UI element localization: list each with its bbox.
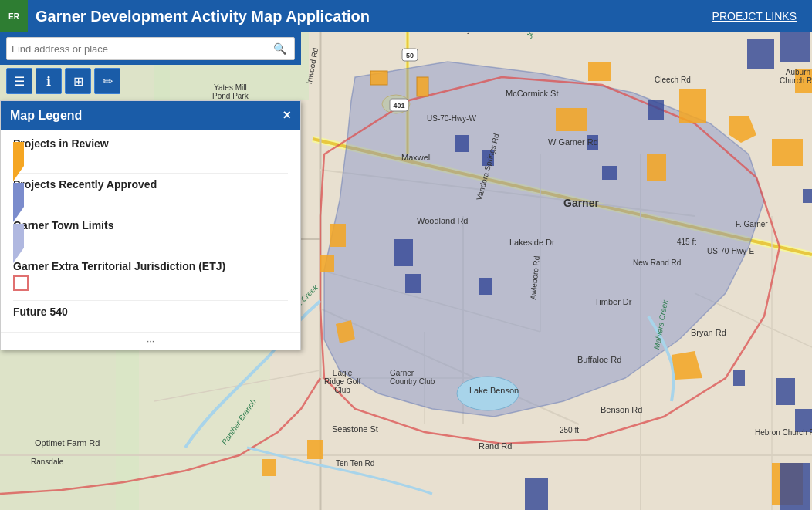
map-label-rand-rd: Rand Rd bbox=[479, 441, 512, 451]
svg-rect-56 bbox=[776, 378, 795, 405]
legend-review-swatch bbox=[13, 153, 288, 167]
legend-town-limits-swatch bbox=[13, 235, 288, 248]
legend-header: Map Legend × bbox=[1, 101, 300, 130]
svg-rect-42 bbox=[262, 459, 276, 476]
map-label-lake-benson: Lake Benson bbox=[469, 386, 519, 395]
legend-review-title: Projects in Review bbox=[13, 137, 288, 150]
header: ER Garner Development Activity Map Appli… bbox=[0, 0, 812, 32]
svg-rect-55 bbox=[733, 370, 745, 386]
map-label-cleech: Cleech Rd bbox=[655, 76, 691, 84]
map-label-garner-cc: GarnerCountry Club bbox=[390, 369, 435, 386]
svg-rect-44 bbox=[455, 135, 469, 152]
app-title: Garner Development Activity Map Applicat… bbox=[36, 8, 712, 25]
map-label-optimet: Optimet Farm Rd bbox=[35, 438, 100, 448]
map-tool-buttons: ☰ ℹ ⊞ ✏ bbox=[0, 65, 127, 97]
svg-rect-49 bbox=[479, 278, 492, 295]
map-label-seastone: Seastone St bbox=[332, 424, 378, 434]
legend-etj-title: Garner Extra Territorial Jurisdiction (E… bbox=[13, 260, 288, 272]
svg-rect-48 bbox=[405, 274, 421, 293]
map-label-buffaloe: Buffaloe Rd bbox=[577, 355, 621, 364]
svg-rect-59 bbox=[525, 478, 548, 510]
legend-section-future540: Future 540 bbox=[13, 306, 288, 318]
map-label-w-garner-rd: W Garner Rd bbox=[548, 137, 598, 147]
map-label-eagle-ridge: EagleRidge GolfClub bbox=[324, 369, 360, 394]
info-button[interactable]: ℹ bbox=[36, 68, 62, 94]
svg-rect-30 bbox=[556, 108, 587, 131]
map-label-415ft: 415 ft bbox=[677, 238, 696, 246]
legend-section-review: Projects in Review bbox=[13, 137, 288, 167]
map-label-250ft: 250 ft bbox=[560, 426, 579, 434]
project-links[interactable]: PROEJCT LINKS bbox=[712, 10, 797, 22]
legend-expand-handle[interactable]: ··· bbox=[1, 332, 300, 350]
map-label-mccormick: McCormick St bbox=[506, 89, 558, 98]
layers-button[interactable]: ⊞ bbox=[65, 68, 91, 94]
swatch-pink-icon bbox=[13, 275, 29, 291]
svg-rect-46 bbox=[602, 166, 617, 180]
menu-button[interactable]: ☰ bbox=[6, 68, 32, 94]
map-label-ten-ten: Ten Ten Rd bbox=[336, 459, 374, 468]
svg-rect-38 bbox=[320, 255, 334, 272]
svg-rect-32 bbox=[679, 89, 706, 123]
map-label-benson-rd: Benson Rd bbox=[601, 405, 642, 414]
map-label-bryan-rd: Bryan Rd bbox=[691, 328, 726, 337]
map-label-hebron: Hebron Church Rd bbox=[755, 428, 812, 437]
app-logo: ER bbox=[0, 0, 28, 32]
legend-panel: Map Legend × Projects in Review Projects… bbox=[0, 100, 301, 350]
map-label-woodland-rd: Woodland Rd bbox=[417, 216, 468, 225]
svg-rect-52 bbox=[747, 39, 774, 69]
map-label-ransdale: Ransdale bbox=[31, 458, 63, 466]
map-label-us70w: US-70-Hwy-W bbox=[427, 114, 476, 123]
map-label-new-rand: New Rand Rd bbox=[633, 258, 681, 267]
svg-rect-33 bbox=[647, 154, 666, 181]
legend-future540-title: Future 540 bbox=[13, 306, 288, 318]
svg-rect-58 bbox=[780, 463, 810, 510]
legend-section-town-limits: Garner Town Limits bbox=[13, 219, 288, 248]
svg-rect-54 bbox=[803, 189, 812, 203]
legend-approved-swatch bbox=[13, 194, 288, 208]
map-label-auburn: AuburnChurch Rd bbox=[780, 68, 812, 85]
search-box[interactable]: 🔍 bbox=[6, 37, 295, 60]
legend-etj-swatch bbox=[13, 275, 288, 294]
svg-text:50: 50 bbox=[406, 52, 414, 59]
svg-rect-37 bbox=[330, 224, 346, 247]
swatch-lavender-icon bbox=[13, 224, 24, 263]
svg-rect-29 bbox=[417, 77, 428, 96]
swatch-blue-icon bbox=[13, 183, 24, 222]
map-label-lakeside: Lakeside Dr bbox=[509, 238, 555, 247]
svg-text:401: 401 bbox=[393, 102, 404, 110]
map-label-yates-mill: Yates MillPond Park bbox=[212, 83, 249, 100]
search-button[interactable]: 🔍 bbox=[270, 41, 289, 56]
svg-rect-28 bbox=[370, 71, 387, 85]
map-label-maxwell: Maxwell bbox=[401, 153, 432, 162]
map-label-timber-dr: Timber Dr bbox=[594, 297, 631, 306]
svg-rect-51 bbox=[648, 100, 664, 120]
swatch-orange-icon bbox=[13, 142, 24, 181]
legend-close-button[interactable]: × bbox=[283, 107, 291, 123]
svg-rect-47 bbox=[394, 239, 413, 266]
map-label-fgarner: F. Garner bbox=[736, 220, 768, 228]
legend-title: Map Legend bbox=[10, 109, 82, 123]
legend-section-etj: Garner Extra Territorial Jurisdiction (E… bbox=[13, 260, 288, 294]
svg-rect-41 bbox=[307, 440, 323, 459]
svg-rect-4 bbox=[116, 347, 270, 510]
legend-body: Projects in Review Projects Recently App… bbox=[1, 130, 300, 332]
draw-button[interactable]: ✏ bbox=[94, 68, 120, 94]
search-input[interactable] bbox=[12, 43, 270, 55]
legend-town-limits-title: Garner Town Limits bbox=[13, 219, 288, 231]
legend-section-approved: Projects Recently Approved bbox=[13, 178, 288, 208]
svg-rect-31 bbox=[588, 62, 611, 81]
map-label-us70e: US-70-Hwy-E bbox=[707, 247, 754, 255]
legend-approved-title: Projects Recently Approved bbox=[13, 178, 288, 191]
svg-rect-35 bbox=[772, 139, 803, 166]
map-label-garner: Garner bbox=[563, 197, 599, 209]
toolbar: 🔍 bbox=[0, 32, 301, 65]
